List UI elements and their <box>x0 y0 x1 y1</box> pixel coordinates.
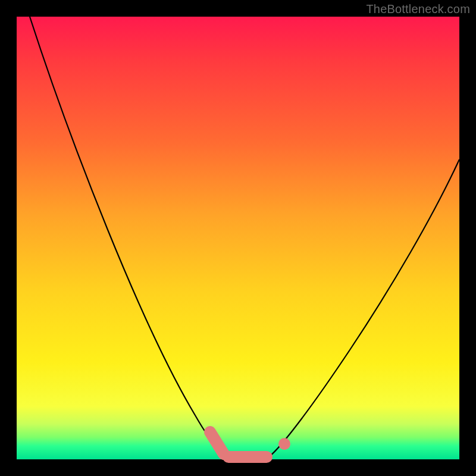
chart-frame: TheBottleneck.com <box>0 0 476 476</box>
watermark-text: TheBottleneck.com <box>366 2 470 16</box>
bottleneck-curve <box>17 17 459 459</box>
marker-left-pill <box>210 432 224 454</box>
curve-right-branch <box>269 159 459 457</box>
curve-left-branch <box>30 17 225 457</box>
marker-right-dot <box>278 438 290 450</box>
plot-area <box>17 17 459 459</box>
